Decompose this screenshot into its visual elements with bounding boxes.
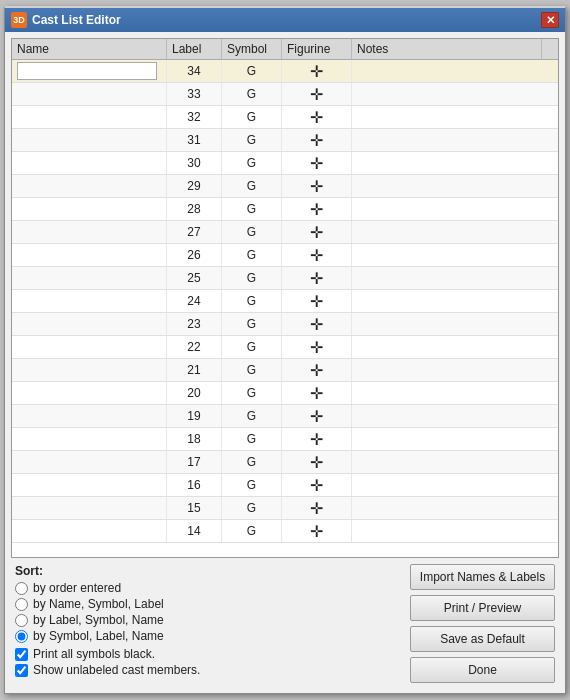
table-row[interactable]: 25G✛	[12, 267, 558, 290]
buttons-section: Import Names & Labels Print / Preview Sa…	[410, 564, 555, 683]
window-title: Cast List Editor	[32, 13, 541, 27]
label-cell: 15	[167, 497, 222, 519]
sort-option-3[interactable]: by Symbol, Label, Name	[15, 629, 315, 643]
sort-option-1[interactable]: by Name, Symbol, Label	[15, 597, 315, 611]
symbol-cell: G	[222, 405, 282, 427]
symbol-cell: G	[222, 474, 282, 496]
checkbox-1[interactable]	[15, 664, 28, 677]
table-row[interactable]: 26G✛	[12, 244, 558, 267]
label-cell: 27	[167, 221, 222, 243]
sort-radio-3[interactable]	[15, 630, 28, 643]
sort-label-2: by Label, Symbol, Name	[33, 613, 164, 627]
figurine-cell[interactable]: ✛	[282, 359, 352, 381]
notes-cell	[352, 60, 558, 82]
figurine-cell[interactable]: ✛	[282, 336, 352, 358]
table-row[interactable]: 28G✛	[12, 198, 558, 221]
figurine-cell[interactable]: ✛	[282, 83, 352, 105]
figurine-cell[interactable]: ✛	[282, 221, 352, 243]
sort-radio-0[interactable]	[15, 582, 28, 595]
notes-cell	[352, 382, 558, 404]
notes-cell	[352, 152, 558, 174]
print-button[interactable]: Print / Preview	[410, 595, 555, 621]
table-row[interactable]: 20G✛	[12, 382, 558, 405]
table-row[interactable]: 17G✛	[12, 451, 558, 474]
figurine-cell[interactable]: ✛	[282, 520, 352, 542]
sort-option-2[interactable]: by Label, Symbol, Name	[15, 613, 315, 627]
figurine-cell[interactable]: ✛	[282, 129, 352, 151]
name-input-field[interactable]	[17, 62, 157, 80]
header-symbol: Symbol	[222, 39, 282, 59]
symbol-cell: G	[222, 267, 282, 289]
label-cell: 21	[167, 359, 222, 381]
figurine-cell[interactable]: ✛	[282, 451, 352, 473]
symbol-cell: G	[222, 359, 282, 381]
table-row[interactable]: 34G✛	[12, 60, 558, 83]
symbol-cell: G	[222, 244, 282, 266]
table-row[interactable]: 24G✛	[12, 290, 558, 313]
checkbox-item-0[interactable]: Print all symbols black.	[15, 647, 315, 661]
sort-radio-2[interactable]	[15, 614, 28, 627]
save-default-button[interactable]: Save as Default	[410, 626, 555, 652]
table-row[interactable]: 27G✛	[12, 221, 558, 244]
table-row[interactable]: 30G✛	[12, 152, 558, 175]
table-row[interactable]: 21G✛	[12, 359, 558, 382]
main-content: Name Label Symbol Figurine Notes 34G✛33G…	[5, 32, 565, 693]
figurine-cell[interactable]: ✛	[282, 175, 352, 197]
checkbox-label-1: Show unlabeled cast members.	[33, 663, 200, 677]
table-row[interactable]: 31G✛	[12, 129, 558, 152]
table-row[interactable]: 14G✛	[12, 520, 558, 543]
label-cell: 25	[167, 267, 222, 289]
label-cell: 23	[167, 313, 222, 335]
notes-cell	[352, 83, 558, 105]
figurine-cell[interactable]: ✛	[282, 290, 352, 312]
done-button[interactable]: Done	[410, 657, 555, 683]
label-cell: 29	[167, 175, 222, 197]
sort-label-3: by Symbol, Label, Name	[33, 629, 164, 643]
close-button[interactable]: ✕	[541, 12, 559, 28]
table-row[interactable]: 18G✛	[12, 428, 558, 451]
notes-cell	[352, 267, 558, 289]
symbol-cell: G	[222, 175, 282, 197]
figurine-cell[interactable]: ✛	[282, 428, 352, 450]
figurine-cell[interactable]: ✛	[282, 497, 352, 519]
table-row[interactable]: 16G✛	[12, 474, 558, 497]
label-cell: 28	[167, 198, 222, 220]
figurine-cell[interactable]: ✛	[282, 267, 352, 289]
symbol-cell: G	[222, 428, 282, 450]
table-row[interactable]: 23G✛	[12, 313, 558, 336]
sort-option-0[interactable]: by order entered	[15, 581, 315, 595]
label-cell: 18	[167, 428, 222, 450]
table-row[interactable]: 19G✛	[12, 405, 558, 428]
figurine-cell[interactable]: ✛	[282, 313, 352, 335]
label-cell: 34	[167, 60, 222, 82]
table-row[interactable]: 15G✛	[12, 497, 558, 520]
checkbox-group: Print all symbols black.Show unlabeled c…	[15, 647, 315, 677]
checkbox-0[interactable]	[15, 648, 28, 661]
symbol-cell: G	[222, 129, 282, 151]
table-row[interactable]: 32G✛	[12, 106, 558, 129]
table-row[interactable]: 33G✛	[12, 83, 558, 106]
sort-radio-1[interactable]	[15, 598, 28, 611]
table-body[interactable]: 34G✛33G✛32G✛31G✛30G✛29G✛28G✛27G✛26G✛25G✛…	[12, 60, 558, 557]
figurine-cell[interactable]: ✛	[282, 152, 352, 174]
table-row[interactable]: 22G✛	[12, 336, 558, 359]
label-cell: 33	[167, 83, 222, 105]
label-cell: 31	[167, 129, 222, 151]
figurine-cell[interactable]: ✛	[282, 198, 352, 220]
import-button[interactable]: Import Names & Labels	[410, 564, 555, 590]
notes-cell	[352, 359, 558, 381]
notes-cell	[352, 474, 558, 496]
figurine-cell[interactable]: ✛	[282, 474, 352, 496]
symbol-cell: G	[222, 60, 282, 82]
symbol-cell: G	[222, 313, 282, 335]
figurine-cell[interactable]: ✛	[282, 244, 352, 266]
figurine-cell[interactable]: ✛	[282, 106, 352, 128]
bottom-section: Sort: by order enteredby Name, Symbol, L…	[11, 558, 559, 687]
figurine-cell[interactable]: ✛	[282, 60, 352, 82]
title-bar: 3D Cast List Editor ✕	[5, 8, 565, 32]
table-row[interactable]: 29G✛	[12, 175, 558, 198]
figurine-cell[interactable]: ✛	[282, 382, 352, 404]
symbol-cell: G	[222, 451, 282, 473]
checkbox-item-1[interactable]: Show unlabeled cast members.	[15, 663, 315, 677]
figurine-cell[interactable]: ✛	[282, 405, 352, 427]
